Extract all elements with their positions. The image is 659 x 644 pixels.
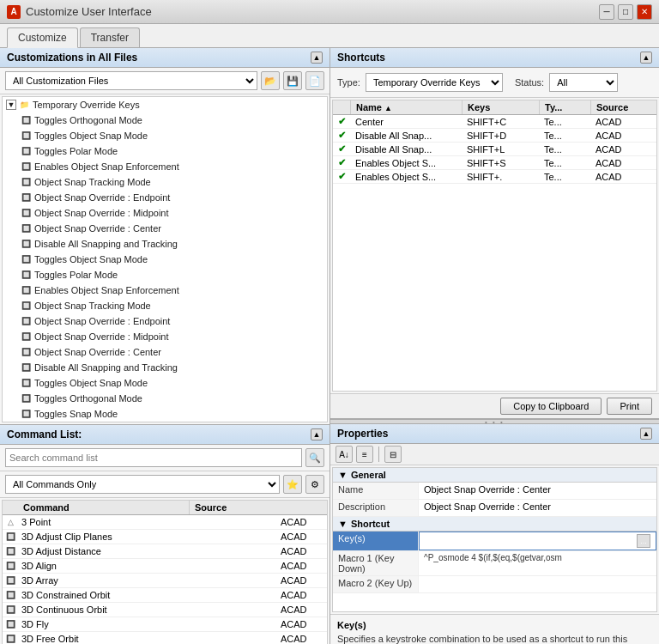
list-item[interactable]: 🔲Object Snap Override : Midpoint bbox=[3, 205, 327, 221]
list-item[interactable]: 🔲Toggles Polar Mode bbox=[3, 143, 327, 159]
table-row[interactable]: ✔Disable All Snap...SHIFT+DTe...ACAD bbox=[333, 129, 656, 143]
cmd-icon: 🔲 bbox=[3, 532, 18, 542]
keys-value: SHIFT+, bbox=[425, 536, 460, 546]
keys-edit-button[interactable]: ... bbox=[637, 534, 650, 548]
customizations-header: Customizations in All Files ▲ bbox=[0, 48, 330, 68]
command-list-header: Command List: ▲ bbox=[0, 425, 330, 445]
tab-transfer[interactable]: Transfer bbox=[80, 27, 140, 47]
table-row[interactable]: 🔲3D FlyACAD bbox=[3, 617, 327, 632]
collapse-commands-button[interactable]: ▲ bbox=[311, 428, 323, 440]
shortcuts-table[interactable]: Name ▲ Keys Ty... Source ✔CenterSHIFT+CT… bbox=[332, 100, 657, 392]
table-row[interactable]: ✔Enables Object S...SHIFT+.Te...ACAD bbox=[333, 170, 656, 184]
list-item[interactable]: 🔲Object Snap Override : Center bbox=[3, 221, 327, 236]
customizations-file-dropdown[interactable]: All Customization Files bbox=[5, 71, 257, 90]
list-item[interactable]: 🔲Toggles Polar Mode bbox=[3, 267, 327, 283]
properties-table: ▼ General Name Object Snap Override : Ce… bbox=[332, 467, 657, 612]
list-item[interactable]: 🔲Object Snap Override : Center bbox=[3, 344, 327, 360]
props-extra-button[interactable]: ⊟ bbox=[384, 446, 402, 463]
prop-row-macro1: Macro 1 (Key Down) ^P_osmode 4 $(if,$(eq… bbox=[333, 551, 656, 576]
minimize-button[interactable]: ─ bbox=[599, 4, 614, 20]
search-input[interactable] bbox=[5, 448, 302, 467]
add-command-button[interactable]: ⭐ bbox=[283, 475, 302, 494]
table-row[interactable]: 🔲3D Free OrbitACAD bbox=[3, 632, 327, 644]
tree-folder-icon: 📁 bbox=[18, 99, 30, 111]
table-row[interactable]: 🔲3D Continuous OrbitACAD bbox=[3, 603, 327, 617]
prop-row-description: Description Object Snap Override : Cente… bbox=[333, 500, 656, 517]
list-item[interactable]: 🔲Object Snap Tracking Mode bbox=[3, 298, 327, 313]
table-row[interactable]: △3 PointACAD bbox=[3, 515, 327, 530]
restore-button[interactable]: □ bbox=[618, 4, 633, 20]
table-row[interactable]: ✔Enables Object S...SHIFT+STe...ACAD bbox=[333, 156, 656, 170]
toolbar-divider bbox=[378, 447, 379, 462]
customizations-tree[interactable]: ▼ 📁 Temporary Override Keys 🔲Toggles Ort… bbox=[2, 96, 328, 422]
list-item[interactable]: 🔲Object Snap Override : Endpoint bbox=[3, 313, 327, 329]
commands-table-header: Command Source bbox=[3, 501, 327, 515]
save-file-button[interactable]: 💾 bbox=[283, 71, 302, 90]
tree-node-icon: 🔲 bbox=[20, 114, 32, 126]
tree-node-icon: 🔲 bbox=[20, 191, 32, 204]
search-button[interactable]: 🔍 bbox=[305, 448, 324, 467]
list-item[interactable]: 🔲Enables Object Snap Enforcement bbox=[3, 159, 327, 174]
prop-row-name: Name Object Snap Override : Center bbox=[333, 483, 656, 500]
collapse-general-icon: ▼ bbox=[338, 470, 348, 480]
table-row[interactable]: 🔲3D AlignACAD bbox=[3, 559, 327, 574]
print-button[interactable]: Print bbox=[607, 398, 652, 415]
commands-table[interactable]: Command Source △3 PointACAD 🔲3D Adjust C… bbox=[2, 500, 328, 644]
load-file-button[interactable]: 📂 bbox=[261, 71, 280, 90]
copy-to-clipboard-button[interactable]: Copy to Clipboard bbox=[500, 398, 602, 415]
search-row: 🔍 bbox=[0, 445, 330, 471]
close-button[interactable]: ✕ bbox=[637, 4, 652, 20]
tree-node-icon: 🔲 bbox=[20, 130, 32, 142]
command-options-button[interactable]: ⚙ bbox=[305, 475, 324, 494]
new-file-button[interactable]: 📄 bbox=[305, 71, 324, 90]
commands-filter-dropdown[interactable]: All Commands Only bbox=[5, 475, 280, 494]
collapse-shortcuts-button[interactable]: ▲ bbox=[640, 52, 652, 64]
list-item[interactable]: 🔲Object Snap Override : Endpoint bbox=[3, 190, 327, 205]
shortcut-section-header: ▼ Shortcut bbox=[333, 517, 656, 532]
title-bar: A Customize User Interface ─ □ ✕ bbox=[0, 0, 659, 24]
list-item[interactable]: 🔲Toggles Object Snap Mode bbox=[3, 252, 327, 267]
list-item[interactable]: 🔲Toggles Orthogonal Mode bbox=[3, 391, 327, 406]
tree-node-icon: 🔲 bbox=[20, 284, 32, 296]
list-item[interactable]: 🔲Toggles Orthogonal Mode bbox=[3, 112, 327, 128]
collapse-properties-button[interactable]: ▲ bbox=[640, 428, 652, 440]
list-item[interactable]: 🔲Disable All Snapping and Tracking bbox=[3, 236, 327, 252]
tree-node-icon: 🔲 bbox=[20, 253, 32, 265]
table-row[interactable]: 🔲3D Constrained OrbitACAD bbox=[3, 588, 327, 603]
customizations-toolbar: All Customization Files 📂 💾 📄 bbox=[0, 68, 330, 94]
status-dropdown[interactable]: All bbox=[549, 73, 618, 92]
table-row[interactable]: ✔CenterSHIFT+CTe...ACAD bbox=[333, 115, 656, 129]
prop-row-macro2: Macro 2 (Key Up) bbox=[333, 576, 656, 593]
list-item[interactable]: 🔲Disable All Snapping and Tracking bbox=[3, 360, 327, 375]
tree-node-icon: 🔲 bbox=[20, 346, 32, 358]
list-item[interactable]: 🔲Toggles Snap Mode bbox=[3, 406, 327, 422]
tree-expand-root[interactable]: ▼ bbox=[6, 100, 16, 110]
list-item[interactable]: 🔲Toggles Object Snap Mode bbox=[3, 375, 327, 391]
prop-row-keys[interactable]: Key(s) SHIFT+, ... bbox=[333, 532, 656, 551]
shortcuts-section: Shortcuts ▲ Type: Temporary Override Key… bbox=[330, 48, 659, 419]
table-row[interactable]: 🔲3D Adjust DistanceACAD bbox=[3, 544, 327, 559]
list-item[interactable]: 🔲Object Snap Override : Midpoint bbox=[3, 329, 327, 344]
tree-node-icon: 🔲 bbox=[20, 176, 32, 188]
general-section-header: ▼ General bbox=[333, 468, 656, 483]
shortcuts-buttons: Copy to Clipboard Print bbox=[330, 393, 659, 418]
list-item[interactable]: 🔲Toggles Object Snap Mode bbox=[3, 128, 327, 143]
properties-toolbar: Α↓ ≡ ⊟ bbox=[330, 444, 659, 465]
tab-customize[interactable]: Customize bbox=[7, 27, 78, 48]
collapse-customizations-button[interactable]: ▲ bbox=[311, 52, 323, 64]
tree-item-root[interactable]: ▼ 📁 Temporary Override Keys bbox=[3, 97, 327, 112]
status-label: Status: bbox=[515, 77, 544, 88]
sort-alpha-button[interactable]: Α↓ bbox=[336, 446, 353, 463]
cmd-icon: △ bbox=[3, 517, 18, 527]
table-row[interactable]: 🔲3D Adjust Clip PlanesACAD bbox=[3, 530, 327, 544]
tree-node-icon: 🔲 bbox=[20, 408, 32, 420]
cmd-icon: 🔲 bbox=[3, 605, 18, 615]
sort-category-button[interactable]: ≡ bbox=[356, 446, 373, 463]
table-row[interactable]: ✔Disable All Snap...SHIFT+LTe...ACAD bbox=[333, 143, 656, 156]
list-item[interactable]: 🔲Object Snap Tracking Mode bbox=[3, 174, 327, 190]
tree-node-icon: 🔲 bbox=[20, 377, 32, 389]
list-item[interactable]: 🔲Enables Object Snap Enforcement bbox=[3, 283, 327, 298]
cmd-icon: 🔲 bbox=[3, 619, 18, 629]
type-dropdown[interactable]: Temporary Override Keys bbox=[366, 73, 503, 92]
table-row[interactable]: 🔲3D ArrayACAD bbox=[3, 574, 327, 588]
